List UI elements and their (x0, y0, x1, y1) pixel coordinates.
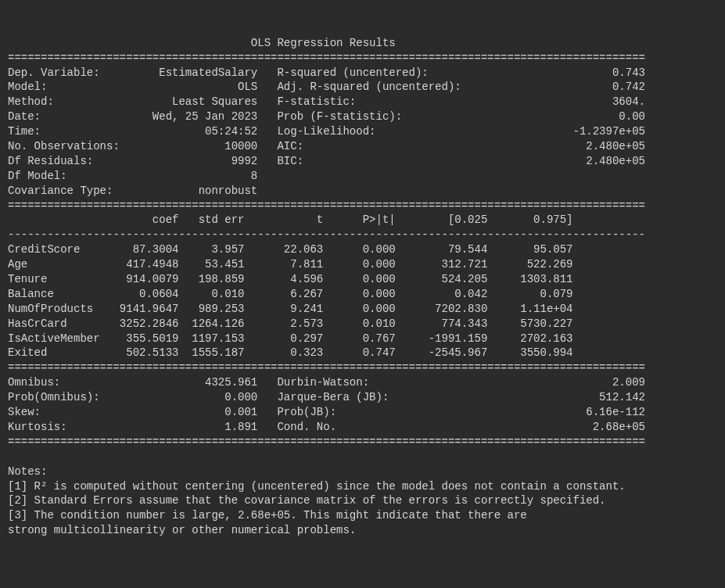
ols-regression-output: OLS Regression Results =================… (8, 36, 717, 538)
